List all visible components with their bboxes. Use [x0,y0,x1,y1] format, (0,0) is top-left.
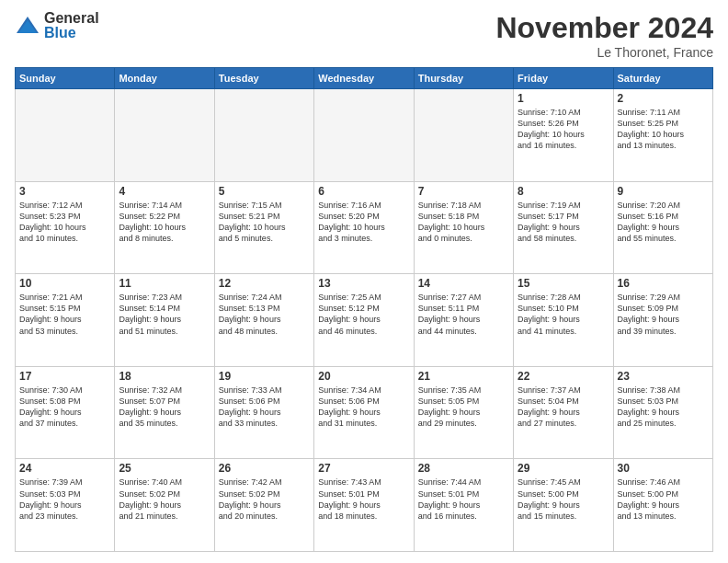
weekday-header-sunday: Sunday [16,68,115,89]
day-number: 19 [219,370,310,383]
calendar-cell: 20Sunrise: 7:34 AM Sunset: 5:06 PM Dayli… [314,366,414,459]
calendar-cell: 27Sunrise: 7:43 AM Sunset: 5:01 PM Dayli… [314,459,414,552]
day-info: Sunrise: 7:20 AM Sunset: 5:16 PM Dayligh… [618,200,709,245]
day-number: 28 [418,462,509,475]
day-number: 22 [518,370,609,383]
calendar-cell: 4Sunrise: 7:14 AM Sunset: 5:22 PM Daylig… [115,181,214,274]
calendar-cell: 19Sunrise: 7:33 AM Sunset: 5:06 PM Dayli… [214,366,313,459]
calendar-cell: 25Sunrise: 7:40 AM Sunset: 5:02 PM Dayli… [115,459,214,552]
day-number: 26 [219,462,310,475]
logo-icon [15,13,40,39]
calendar-cell: 21Sunrise: 7:35 AM Sunset: 5:05 PM Dayli… [414,366,513,459]
day-info: Sunrise: 7:37 AM Sunset: 5:04 PM Dayligh… [518,385,609,430]
calendar-cell: 2Sunrise: 7:11 AM Sunset: 5:25 PM Daylig… [613,89,712,182]
day-info: Sunrise: 7:45 AM Sunset: 5:00 PM Dayligh… [518,477,609,522]
day-number: 2 [618,92,709,105]
day-info: Sunrise: 7:30 AM Sunset: 5:08 PM Dayligh… [19,385,110,430]
week-row-2: 10Sunrise: 7:21 AM Sunset: 5:15 PM Dayli… [16,274,713,367]
calendar: SundayMondayTuesdayWednesdayThursdayFrid… [15,67,713,552]
calendar-cell [414,89,513,182]
day-info: Sunrise: 7:34 AM Sunset: 5:06 PM Dayligh… [318,385,409,430]
calendar-cell [314,89,414,182]
page: General Blue November 2024 Le Thoronet, … [0,0,728,563]
weekday-header-monday: Monday [115,68,214,89]
day-number: 18 [119,370,210,383]
calendar-cell: 3Sunrise: 7:12 AM Sunset: 5:23 PM Daylig… [16,181,115,274]
calendar-cell: 9Sunrise: 7:20 AM Sunset: 5:16 PM Daylig… [613,181,712,274]
day-info: Sunrise: 7:38 AM Sunset: 5:03 PM Dayligh… [618,385,709,430]
day-info: Sunrise: 7:43 AM Sunset: 5:01 PM Dayligh… [318,477,409,522]
calendar-cell: 30Sunrise: 7:46 AM Sunset: 5:00 PM Dayli… [613,459,712,552]
calendar-cell: 14Sunrise: 7:27 AM Sunset: 5:11 PM Dayli… [414,274,513,367]
weekday-header-thursday: Thursday [414,68,513,89]
day-number: 15 [518,277,609,290]
day-number: 1 [518,92,609,105]
day-number: 6 [318,185,409,198]
logo-text: General Blue [44,11,99,40]
day-info: Sunrise: 7:12 AM Sunset: 5:23 PM Dayligh… [19,200,110,245]
day-info: Sunrise: 7:11 AM Sunset: 5:25 PM Dayligh… [618,107,709,152]
day-number: 17 [19,370,110,383]
day-info: Sunrise: 7:44 AM Sunset: 5:01 PM Dayligh… [418,477,509,522]
week-row-1: 3Sunrise: 7:12 AM Sunset: 5:23 PM Daylig… [16,181,713,274]
day-number: 20 [318,370,409,383]
day-number: 25 [119,462,210,475]
day-number: 4 [119,185,210,198]
day-info: Sunrise: 7:25 AM Sunset: 5:12 PM Dayligh… [318,292,409,337]
day-info: Sunrise: 7:10 AM Sunset: 5:26 PM Dayligh… [518,107,609,152]
day-info: Sunrise: 7:14 AM Sunset: 5:22 PM Dayligh… [119,200,210,245]
calendar-cell: 10Sunrise: 7:21 AM Sunset: 5:15 PM Dayli… [16,274,115,367]
calendar-cell: 8Sunrise: 7:19 AM Sunset: 5:17 PM Daylig… [514,181,613,274]
calendar-cell: 12Sunrise: 7:24 AM Sunset: 5:13 PM Dayli… [214,274,313,367]
weekday-header-tuesday: Tuesday [214,68,313,89]
calendar-cell: 16Sunrise: 7:29 AM Sunset: 5:09 PM Dayli… [613,274,712,367]
day-number: 5 [219,185,310,198]
day-info: Sunrise: 7:18 AM Sunset: 5:18 PM Dayligh… [418,200,509,245]
day-info: Sunrise: 7:39 AM Sunset: 5:03 PM Dayligh… [19,477,110,522]
logo-general: General [44,11,99,26]
day-number: 21 [418,370,509,383]
calendar-cell: 1Sunrise: 7:10 AM Sunset: 5:26 PM Daylig… [514,89,613,182]
calendar-cell: 28Sunrise: 7:44 AM Sunset: 5:01 PM Dayli… [414,459,513,552]
header: General Blue November 2024 Le Thoronet, … [15,11,713,60]
calendar-cell [115,89,214,182]
day-number: 12 [219,277,310,290]
calendar-cell: 29Sunrise: 7:45 AM Sunset: 5:00 PM Dayli… [514,459,613,552]
day-info: Sunrise: 7:33 AM Sunset: 5:06 PM Dayligh… [219,385,310,430]
day-info: Sunrise: 7:15 AM Sunset: 5:21 PM Dayligh… [219,200,310,245]
calendar-cell: 26Sunrise: 7:42 AM Sunset: 5:02 PM Dayli… [214,459,313,552]
day-info: Sunrise: 7:19 AM Sunset: 5:17 PM Dayligh… [518,200,609,245]
logo: General Blue [15,11,99,40]
day-info: Sunrise: 7:46 AM Sunset: 5:00 PM Dayligh… [618,477,709,522]
calendar-cell: 24Sunrise: 7:39 AM Sunset: 5:03 PM Dayli… [16,459,115,552]
calendar-cell [214,89,313,182]
calendar-cell [16,89,115,182]
week-row-0: 1Sunrise: 7:10 AM Sunset: 5:26 PM Daylig… [16,89,713,182]
day-info: Sunrise: 7:23 AM Sunset: 5:14 PM Dayligh… [119,292,210,337]
day-info: Sunrise: 7:32 AM Sunset: 5:07 PM Dayligh… [119,385,210,430]
calendar-body: 1Sunrise: 7:10 AM Sunset: 5:26 PM Daylig… [16,89,713,552]
day-number: 9 [618,185,709,198]
calendar-cell: 11Sunrise: 7:23 AM Sunset: 5:14 PM Dayli… [115,274,214,367]
day-info: Sunrise: 7:28 AM Sunset: 5:10 PM Dayligh… [518,292,609,337]
logo-blue: Blue [44,26,99,40]
weekday-row: SundayMondayTuesdayWednesdayThursdayFrid… [16,68,713,89]
day-number: 29 [518,462,609,475]
day-number: 8 [518,185,609,198]
location: Le Thoronet, France [495,45,713,60]
day-number: 16 [618,277,709,290]
calendar-cell: 7Sunrise: 7:18 AM Sunset: 5:18 PM Daylig… [414,181,513,274]
day-number: 14 [418,277,509,290]
calendar-cell: 17Sunrise: 7:30 AM Sunset: 5:08 PM Dayli… [16,366,115,459]
calendar-cell: 5Sunrise: 7:15 AM Sunset: 5:21 PM Daylig… [214,181,313,274]
calendar-cell: 22Sunrise: 7:37 AM Sunset: 5:04 PM Dayli… [514,366,613,459]
week-row-3: 17Sunrise: 7:30 AM Sunset: 5:08 PM Dayli… [16,366,713,459]
calendar-header: SundayMondayTuesdayWednesdayThursdayFrid… [16,68,713,89]
day-info: Sunrise: 7:27 AM Sunset: 5:11 PM Dayligh… [418,292,509,337]
day-number: 11 [119,277,210,290]
weekday-header-wednesday: Wednesday [314,68,414,89]
day-info: Sunrise: 7:35 AM Sunset: 5:05 PM Dayligh… [418,385,509,430]
week-row-4: 24Sunrise: 7:39 AM Sunset: 5:03 PM Dayli… [16,459,713,552]
day-info: Sunrise: 7:21 AM Sunset: 5:15 PM Dayligh… [19,292,110,337]
calendar-cell: 13Sunrise: 7:25 AM Sunset: 5:12 PM Dayli… [314,274,414,367]
